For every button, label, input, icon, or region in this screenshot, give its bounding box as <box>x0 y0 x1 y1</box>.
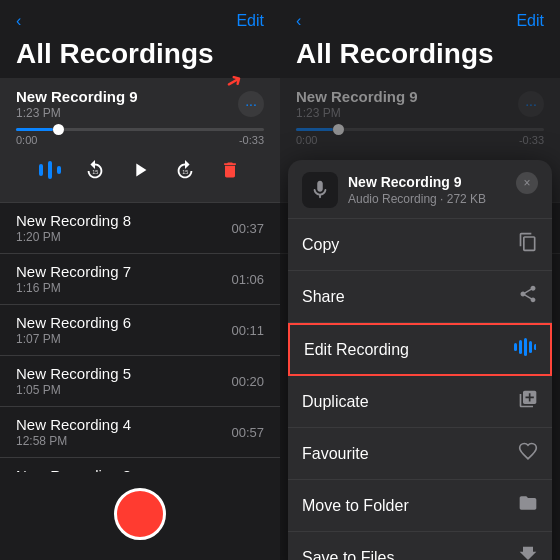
list-item[interactable]: New Recording 5 1:05 PM 00:20 <box>0 356 280 407</box>
list-item[interactable]: New Recording 4 12:58 PM 00:57 <box>0 407 280 458</box>
delete-button[interactable] <box>212 152 248 188</box>
right-time-end: -0:33 <box>519 134 544 146</box>
context-recording-icon <box>302 172 338 208</box>
edit-recording-label: Edit Recording <box>304 341 409 359</box>
time-labels: 0:00 -0:33 <box>16 134 264 146</box>
item-duration: 00:37 <box>231 221 264 236</box>
more-options-button[interactable]: ··· <box>238 91 264 117</box>
right-page-title: All Recordings <box>280 34 560 78</box>
list-item[interactable]: New Recording 7 1:16 PM 01:06 <box>0 254 280 305</box>
item-name: New Recording 8 <box>16 212 131 229</box>
right-progress-bar <box>296 128 544 131</box>
eq-button[interactable] <box>32 152 68 188</box>
active-recording-info: New Recording 9 1:23 PM <box>16 88 138 120</box>
back-button[interactable]: ‹ <box>16 12 21 30</box>
context-favourite[interactable]: Favourite <box>288 428 552 480</box>
context-menu-header: New Recording 9 Audio Recording · 272 KB… <box>288 160 552 219</box>
right-panel: ‹ Edit All Recordings New Recording 9 1:… <box>280 0 560 560</box>
right-more-button: ··· <box>518 91 544 117</box>
svg-rect-8 <box>514 343 517 351</box>
favourite-icon <box>518 441 538 466</box>
context-move-folder[interactable]: Move to Folder <box>288 480 552 532</box>
item-subtime: 1:07 PM <box>16 332 131 346</box>
item-subtime: 1:20 PM <box>16 230 131 244</box>
item-subtime: 1:05 PM <box>16 383 131 397</box>
item-name: New Recording 7 <box>16 263 131 280</box>
save-files-label: Save to Files <box>302 549 394 561</box>
copy-label: Copy <box>302 236 339 254</box>
duplicate-label: Duplicate <box>302 393 369 411</box>
context-close-button[interactable]: × <box>516 172 538 194</box>
recordings-list: New Recording 8 1:20 PM 00:37 New Record… <box>0 203 280 472</box>
progress-fill <box>16 128 53 131</box>
right-header: ‹ Edit <box>280 0 560 34</box>
time-start: 0:00 <box>16 134 37 146</box>
arrow-container: ··· ➜ <box>238 91 264 117</box>
svg-rect-1 <box>48 161 52 179</box>
context-subtitle: Audio Recording · 272 KB <box>348 192 486 206</box>
right-time-start: 0:00 <box>296 134 317 146</box>
edit-recording-icon <box>514 338 536 361</box>
svg-rect-9 <box>519 340 522 354</box>
right-active-time: 1:23 PM <box>296 106 418 120</box>
svg-text:15: 15 <box>182 169 188 175</box>
move-folder-label: Move to Folder <box>302 497 409 515</box>
svg-rect-0 <box>39 164 43 176</box>
list-item[interactable]: New Recording 8 1:20 PM 00:37 <box>0 203 280 254</box>
edit-button[interactable]: Edit <box>236 12 264 30</box>
favourite-label: Favourite <box>302 445 369 463</box>
active-recording-section: New Recording 9 1:23 PM ··· ➜ 0:00 -0:33 <box>0 78 280 203</box>
record-button-container <box>0 472 280 560</box>
copy-icon <box>518 232 538 257</box>
duplicate-icon <box>518 389 538 414</box>
rewind-button[interactable]: 15 <box>77 152 113 188</box>
svg-rect-2 <box>57 166 61 174</box>
share-label: Share <box>302 288 345 306</box>
item-duration: 00:57 <box>231 425 264 440</box>
list-item[interactable]: New Recording 3 12:50 PM 00:53 <box>0 458 280 472</box>
context-copy[interactable]: Copy <box>288 219 552 271</box>
playback-controls: 15 15 <box>16 146 264 196</box>
record-button[interactable] <box>114 488 166 540</box>
item-name: New Recording 4 <box>16 416 131 433</box>
left-panel: ‹ Edit All Recordings New Recording 9 1:… <box>0 0 280 560</box>
left-header: ‹ Edit <box>0 0 280 34</box>
list-item[interactable]: New Recording 6 1:07 PM 00:11 <box>0 305 280 356</box>
context-save-files[interactable]: Save to Files <box>288 532 552 560</box>
active-recording-name: New Recording 9 <box>16 88 138 105</box>
move-folder-icon <box>518 493 538 518</box>
item-subtime: 1:16 PM <box>16 281 131 295</box>
context-edit-recording[interactable]: Edit Recording <box>288 323 552 376</box>
context-duplicate[interactable]: Duplicate <box>288 376 552 428</box>
right-edit-button[interactable]: Edit <box>516 12 544 30</box>
svg-text:15: 15 <box>92 169 98 175</box>
progress-bar[interactable] <box>16 128 264 131</box>
context-title: New Recording 9 <box>348 174 486 190</box>
context-menu: New Recording 9 Audio Recording · 272 KB… <box>288 160 552 560</box>
context-share[interactable]: Share <box>288 271 552 323</box>
item-duration: 00:11 <box>231 323 264 338</box>
play-button[interactable] <box>122 152 158 188</box>
svg-rect-11 <box>529 341 532 353</box>
item-duration: 01:06 <box>231 272 264 287</box>
right-back-button[interactable]: ‹ <box>296 12 301 30</box>
right-active-name: New Recording 9 <box>296 88 418 105</box>
share-icon <box>518 284 538 309</box>
item-duration: 00:20 <box>231 374 264 389</box>
svg-rect-10 <box>524 338 527 356</box>
time-end: -0:33 <box>239 134 264 146</box>
save-files-icon <box>518 545 538 560</box>
item-name: New Recording 6 <box>16 314 131 331</box>
item-subtime: 12:58 PM <box>16 434 131 448</box>
active-header-row: New Recording 9 1:23 PM ··· ➜ <box>16 88 264 120</box>
item-name: New Recording 5 <box>16 365 131 382</box>
forward-button[interactable]: 15 <box>167 152 203 188</box>
svg-rect-12 <box>534 344 536 350</box>
active-recording-time: 1:23 PM <box>16 106 138 120</box>
